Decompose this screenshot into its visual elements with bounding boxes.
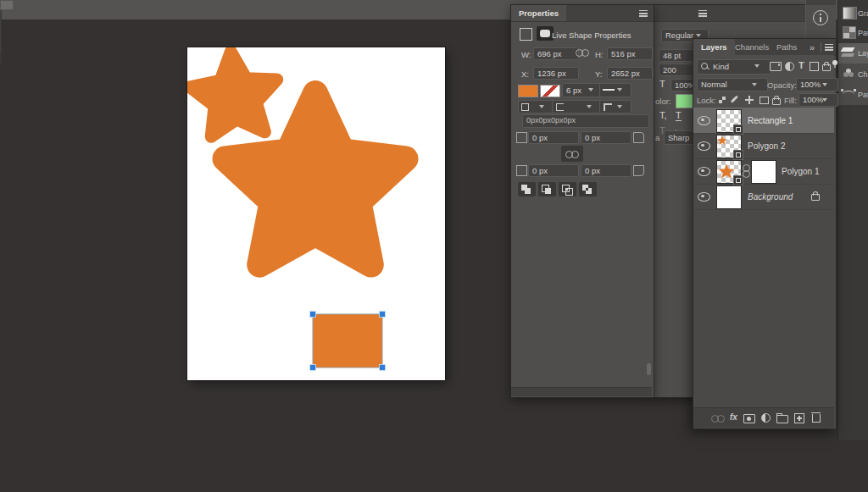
layer-name[interactable]: Polygon 2 [748, 141, 785, 151]
faux-bold-icon[interactable]: T, [659, 110, 667, 120]
filter-type-layers-icon[interactable]: T [798, 60, 804, 70]
tab-properties[interactable]: Properties [511, 5, 566, 21]
blend-mode-select[interactable]: Normal [697, 78, 768, 91]
stroke-style-select[interactable] [599, 83, 632, 97]
add-mask-icon[interactable] [743, 414, 755, 423]
dock-item-layers[interactable]: Lay [838, 43, 868, 64]
tracking-field[interactable]: 200 [659, 64, 696, 76]
link-radii-button[interactable] [561, 146, 583, 162]
fill-color-swatch[interactable] [518, 85, 538, 97]
visibility-eye-icon[interactable] [698, 116, 710, 125]
dock-item-paths[interactable]: Pat [838, 85, 868, 104]
layer-name[interactable]: Polygon 1 [782, 167, 819, 176]
subtract-front-shape-button[interactable] [538, 182, 556, 196]
x-field[interactable]: 1236 px [533, 67, 579, 80]
height-field[interactable]: 516 px [607, 47, 653, 60]
layer-style-fx-icon[interactable]: fx [730, 412, 737, 422]
exclude-shapes-button[interactable] [579, 182, 597, 196]
stroke-align-select[interactable] [518, 100, 555, 113]
color-label: olor: [655, 97, 670, 106]
layers-filter-row: Kind T [693, 55, 834, 78]
collapsed-panel-strip [805, 0, 836, 38]
radius-bottom-left-field[interactable]: 0 px [528, 164, 579, 177]
panel-menu-icon[interactable] [698, 10, 707, 17]
layers-panel: Layers Channels Paths » Kind T Normal [693, 38, 837, 429]
info-icon[interactable] [813, 10, 828, 25]
chevron-down-icon [588, 88, 593, 94]
dock-label: Cha [858, 70, 868, 79]
link-layers-icon[interactable] [711, 415, 726, 422]
background-lock-icon[interactable] [811, 194, 820, 201]
dock-item-patterns[interactable]: Pat [838, 23, 868, 42]
filter-locked-layers-icon[interactable] [822, 64, 831, 71]
dock-label: Lay [858, 49, 868, 58]
radius-top-left-field[interactable]: 0 px [528, 131, 579, 144]
transform-box-icon[interactable] [520, 28, 532, 41]
y-field[interactable]: 2652 px [607, 67, 653, 80]
mask-link-icon[interactable] [743, 164, 750, 177]
layer-thumbnail[interactable] [716, 109, 742, 133]
stroke-corners-icon [604, 103, 612, 111]
filter-pixel-layers-icon[interactable] [770, 62, 782, 71]
layer-thumbnail[interactable] [716, 160, 742, 184]
opacity-label: Opacity: [767, 80, 797, 90]
layer-row-polygon-2[interactable]: Polygon 2 [693, 133, 834, 159]
stroke-corners-select[interactable] [599, 100, 632, 113]
chain-link-icon [565, 151, 580, 158]
new-group-icon[interactable] [776, 415, 788, 423]
layer-name[interactable]: Background [748, 192, 793, 202]
filter-shape-layers-icon[interactable] [810, 62, 819, 71]
radius-top-right-field[interactable]: 0 px [581, 131, 632, 144]
new-layer-icon[interactable] [794, 413, 804, 423]
layer-thumbnail[interactable] [716, 185, 742, 209]
lock-pixels-icon[interactable] [731, 95, 738, 102]
layer-row-polygon-1[interactable]: Polygon 1 [693, 158, 834, 185]
stroke-caps-select[interactable] [552, 100, 603, 113]
visibility-eye-icon[interactable] [698, 167, 710, 176]
tab-paths[interactable]: Paths [769, 39, 804, 55]
search-icon [701, 63, 708, 69]
dock-item-channels[interactable]: Cha [838, 64, 868, 84]
underline-icon[interactable]: T [676, 110, 682, 121]
font-style-value: Regular [665, 30, 693, 40]
radius-bottom-right-field[interactable]: 0 px [581, 164, 632, 177]
combine-shapes-button[interactable] [518, 182, 536, 196]
width-field[interactable]: 696 px [533, 47, 579, 60]
shape-mode-button[interactable] [537, 26, 554, 41]
visibility-eye-icon[interactable] [698, 141, 710, 151]
link-dimensions-icon[interactable] [576, 49, 590, 56]
layer-row-background[interactable]: Background [693, 184, 834, 210]
fill-field[interactable]: 100% [798, 93, 838, 107]
lock-position-icon[interactable] [745, 96, 754, 104]
radius-summary-field[interactable]: 0px0px0px0px [522, 114, 649, 128]
filter-adjustment-layers-icon[interactable] [785, 62, 794, 71]
delete-layer-icon[interactable] [812, 414, 821, 423]
dock-item-gradients[interactable]: Gra [838, 3, 868, 23]
filter-kind-value: Kind [713, 60, 729, 74]
layer-mask-thumbnail[interactable] [751, 160, 776, 184]
fill-value: 100% [803, 95, 823, 104]
collapse-panel-icon[interactable]: » [810, 42, 815, 53]
adjustment-layer-icon[interactable] [761, 413, 771, 423]
lock-artboard-icon[interactable] [760, 97, 769, 104]
lock-all-icon[interactable] [772, 98, 781, 105]
panel-menu-icon[interactable] [825, 44, 833, 51]
layer-row-rectangle-1[interactable]: Rectangle 1 [693, 108, 834, 134]
filter-toggle-icon[interactable] [832, 60, 837, 65]
filter-kind-select[interactable]: Kind [697, 59, 771, 75]
layer-thumbnail[interactable] [716, 135, 742, 158]
visibility-eye-icon[interactable] [698, 192, 710, 202]
gradient-icon [843, 7, 857, 19]
rectangle-shape[interactable] [313, 314, 382, 368]
intersect-shapes-button[interactable] [559, 182, 576, 196]
scrollbar-thumb[interactable] [647, 363, 651, 375]
layer-name[interactable]: Rectangle 1 [748, 116, 793, 125]
radius-summary-value: 0px0px0px0px [526, 116, 576, 124]
dock-label: Pat [858, 29, 868, 37]
stroke-color-swatch[interactable] [540, 85, 560, 97]
stroke-width-select[interactable]: 6 px [562, 83, 603, 97]
canvas-document[interactable] [187, 47, 445, 380]
panel-menu-icon[interactable] [639, 10, 648, 17]
opacity-field[interactable]: 100% [796, 78, 838, 91]
lock-transparency-icon[interactable] [719, 97, 726, 103]
